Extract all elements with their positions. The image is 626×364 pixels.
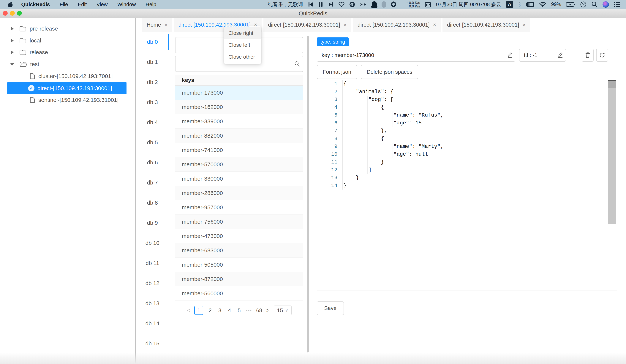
prev-page-icon[interactable]: < bbox=[187, 307, 190, 314]
db-item-13[interactable]: db 13 bbox=[136, 293, 169, 313]
media-previous-icon[interactable] bbox=[308, 1, 313, 8]
tree-item-sentinel-connection[interactable]: sentinel-[150.109.42.193:31001] bbox=[0, 94, 135, 106]
heart-icon[interactable] bbox=[338, 1, 345, 8]
delete-json-spaces-button[interactable]: Delete json spaces bbox=[361, 65, 418, 79]
key-row[interactable]: member-872000 bbox=[175, 272, 303, 286]
page-2[interactable]: 2 bbox=[207, 307, 213, 314]
menubar-app-name[interactable]: QuickRedis bbox=[21, 1, 50, 7]
battery-percent-text[interactable]: 99% bbox=[551, 1, 561, 7]
tree-item-direct-connection-selected[interactable]: ✓ direct-[150.109.42.193:30001] bbox=[7, 82, 126, 94]
page-5[interactable]: 5 bbox=[236, 307, 242, 314]
qq-icon[interactable] bbox=[372, 1, 377, 8]
caret-right-icon[interactable] bbox=[11, 38, 14, 43]
calendar-icon[interactable] bbox=[425, 1, 431, 8]
editor-scrollbar-thumb[interactable] bbox=[608, 80, 616, 88]
tab-home[interactable]: Home × bbox=[142, 18, 172, 32]
menu-help[interactable]: Help bbox=[146, 1, 156, 7]
double-arrow-icon[interactable] bbox=[360, 1, 367, 8]
key-row[interactable]: member-570000 bbox=[175, 157, 303, 172]
tab-direct-4[interactable]: direct-[150.109.42.193:30001] × bbox=[442, 18, 530, 32]
db-item-2[interactable]: db 2 bbox=[136, 72, 169, 92]
tree-item-test[interactable]: test bbox=[0, 58, 135, 70]
db-item-4[interactable]: db 4 bbox=[136, 112, 169, 132]
key-row[interactable]: member-339000 bbox=[175, 114, 303, 129]
caret-right-icon[interactable] bbox=[11, 50, 14, 54]
edit-ttl-icon[interactable] bbox=[555, 52, 566, 58]
search-button[interactable] bbox=[291, 56, 303, 72]
db-item-12[interactable]: db 12 bbox=[136, 273, 169, 293]
caret-right-icon[interactable] bbox=[11, 27, 14, 31]
menu-edit[interactable]: Edit bbox=[78, 1, 87, 7]
media-next-icon[interactable] bbox=[328, 1, 333, 8]
db-item-6[interactable]: db 6 bbox=[136, 152, 169, 173]
page-4[interactable]: 4 bbox=[227, 307, 232, 314]
key-row-selected[interactable]: member-173000 bbox=[175, 86, 303, 100]
db-item-10[interactable]: db 10 bbox=[136, 233, 169, 253]
key-row[interactable]: member-505000 bbox=[175, 258, 303, 272]
context-menu-close-left[interactable]: Close left bbox=[224, 39, 261, 51]
key-row[interactable]: member-560000 bbox=[175, 286, 303, 301]
tree-item-cluster-connection[interactable]: cluster-[150.109.42.193:7001] bbox=[0, 70, 135, 82]
db-item-1[interactable]: db 1 bbox=[136, 52, 169, 72]
key-row[interactable]: member-286000 bbox=[175, 186, 303, 200]
menu-view[interactable]: View bbox=[96, 1, 108, 7]
key-row[interactable]: member-741000 bbox=[175, 143, 303, 157]
close-tab-icon[interactable]: × bbox=[433, 22, 436, 28]
key-row[interactable]: member-330000 bbox=[175, 172, 303, 186]
keys-panel-scrollbar[interactable] bbox=[307, 36, 309, 353]
music-app-icon[interactable] bbox=[350, 1, 355, 8]
db-item-14[interactable]: db 14 bbox=[136, 313, 169, 333]
editor-scrollbar[interactable] bbox=[608, 80, 616, 224]
notification-list-icon[interactable] bbox=[614, 1, 621, 8]
key-row[interactable]: member-756000 bbox=[175, 215, 303, 229]
format-json-button[interactable]: Format json bbox=[317, 65, 357, 79]
page-3[interactable]: 3 bbox=[217, 307, 223, 314]
clock-icon[interactable] bbox=[580, 1, 587, 8]
wifi-icon[interactable] bbox=[539, 1, 546, 8]
db-item-8[interactable]: db 8 bbox=[136, 193, 169, 213]
db-item-5[interactable]: db 5 bbox=[136, 132, 169, 152]
context-menu-close-right[interactable]: Close right bbox=[224, 27, 261, 39]
battery-charging-icon[interactable] bbox=[566, 1, 575, 8]
page-ellipsis[interactable]: ••• bbox=[246, 308, 252, 313]
mouse-device-icon[interactable] bbox=[382, 1, 386, 8]
spotlight-search-icon[interactable] bbox=[591, 1, 598, 8]
key-row[interactable]: member-162000 bbox=[175, 100, 303, 114]
tree-item-pre-release[interactable]: pre-release bbox=[0, 23, 135, 35]
page-last[interactable]: 68 bbox=[256, 307, 262, 314]
page-size-select[interactable]: 15 ∨ bbox=[274, 306, 292, 315]
key-row[interactable]: member-473000 bbox=[175, 229, 303, 243]
menu-window[interactable]: Window bbox=[117, 1, 136, 7]
bluetooth-icon[interactable]: ᛒ bbox=[518, 1, 521, 8]
db-item-3[interactable]: db 3 bbox=[136, 92, 169, 112]
tree-item-release[interactable]: release bbox=[0, 46, 135, 58]
db-item-11[interactable]: db 11 bbox=[136, 253, 169, 273]
db-item-9[interactable]: db 9 bbox=[136, 213, 169, 233]
delete-key-button[interactable] bbox=[582, 49, 594, 62]
value-editor[interactable]: 1{ 2 "animals": { 3 "dog": [ 4 { 5 "name… bbox=[317, 80, 617, 291]
apple-menu-icon[interactable] bbox=[7, 1, 14, 8]
page-1-current[interactable]: 1 bbox=[194, 306, 203, 315]
context-menu-close-other[interactable]: Close other bbox=[224, 51, 261, 63]
edit-key-icon[interactable] bbox=[505, 52, 515, 58]
close-tab-icon[interactable]: × bbox=[164, 22, 168, 28]
key-name-field[interactable]: key : member-173000 bbox=[317, 49, 515, 62]
save-button[interactable]: Save bbox=[317, 301, 344, 315]
datetime-weather-text[interactable]: 07月30日 周四 00:07:08 多云 bbox=[436, 1, 501, 8]
key-row[interactable]: member-882000 bbox=[175, 129, 303, 143]
hexagon-app-icon[interactable] bbox=[391, 1, 396, 8]
media-pause-icon[interactable] bbox=[318, 1, 323, 8]
ttl-field[interactable]: ttl : -1 bbox=[519, 49, 566, 62]
input-method-icon[interactable]: A bbox=[506, 1, 513, 8]
db-item-0[interactable]: db 0 bbox=[136, 32, 169, 52]
db-item-15[interactable]: db 15 bbox=[136, 333, 169, 354]
tab-direct-2[interactable]: direct-[150.109.42.193:30001] × bbox=[263, 18, 351, 32]
tab-direct-3[interactable]: direct-[150.109.42.193:30001] × bbox=[353, 18, 441, 32]
tree-item-local[interactable]: local bbox=[0, 35, 135, 46]
refresh-button[interactable] bbox=[596, 49, 608, 62]
next-page-icon[interactable]: > bbox=[266, 307, 270, 314]
keyboard-battery-icon[interactable] bbox=[526, 1, 534, 8]
close-tab-icon[interactable]: × bbox=[522, 22, 526, 28]
caret-down-icon[interactable] bbox=[10, 63, 14, 66]
key-row[interactable]: member-683000 bbox=[175, 243, 303, 258]
